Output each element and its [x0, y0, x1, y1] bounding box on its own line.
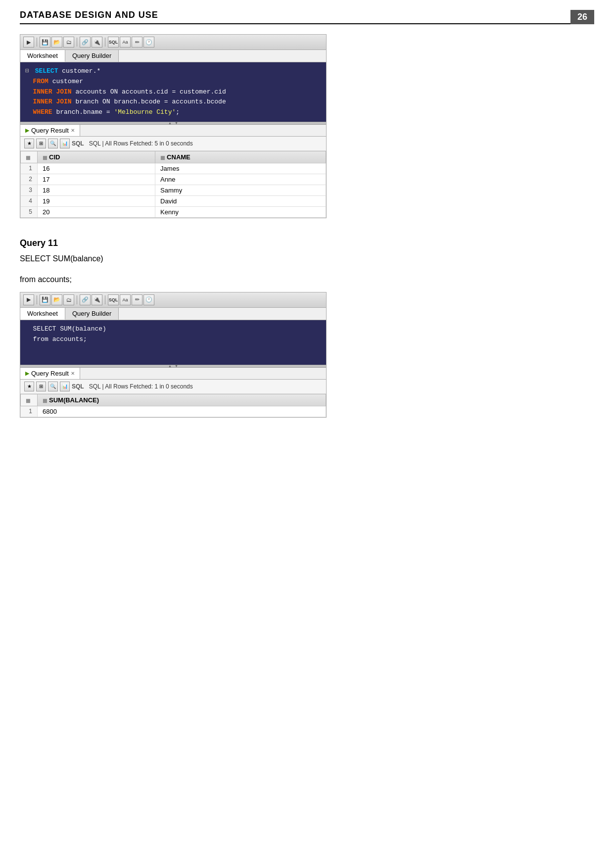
close-result-tab-2[interactable]: ✕	[71, 371, 75, 376]
tab-querybuilder-2[interactable]: Query Builder	[65, 308, 119, 320]
run-button[interactable]: ▶	[23, 37, 34, 48]
play-icon-1: ▶	[25, 127, 29, 134]
cell-cid: 18	[38, 185, 155, 195]
cell-cname: Kenny	[155, 206, 326, 217]
close-result-tab-1[interactable]: ✕	[71, 128, 75, 133]
table-row: 5 20 Kenny	[21, 206, 326, 217]
result-status-2: SQL | All Rows Fetched: 1 in 0 seconds	[89, 383, 193, 390]
history-button[interactable]: 🕐	[143, 37, 154, 48]
result-tab-label-2: Query Result	[31, 370, 69, 377]
save-button-2[interactable]: 💾	[40, 294, 50, 305]
result-label-sql-2: SQL	[72, 383, 84, 390]
code-line-1: ⊟ SELECT customer.*	[25, 66, 321, 77]
result-btn-star-2[interactable]: ★	[24, 382, 34, 391]
sep-3	[105, 38, 105, 47]
aa-button-2[interactable]: Aa	[120, 294, 131, 305]
result-table-2: ▦ ▦SUM(BALANCE) 1 6800	[20, 394, 326, 417]
query-result-tab-2[interactable]: ▶ Query Result ✕	[20, 368, 80, 379]
sep-2	[77, 38, 77, 47]
th-cid-1: ▦CID	[38, 151, 155, 163]
th-icon-rownum: ▦	[26, 155, 30, 160]
page-number: 26	[570, 10, 594, 24]
code-editor-1[interactable]: ⊟ SELECT customer.* FROM customer INNER …	[20, 62, 326, 122]
query-11-code-2: from accounts;	[20, 275, 594, 284]
result-toolbar-2: ★ ⊞ 🔍 📊 SQL SQL | All Rows Fetched: 1 in…	[20, 380, 326, 394]
connect-button-2[interactable]: 🔗	[80, 294, 91, 305]
th-sumbalance: ▦SUM(BALANCE)	[38, 394, 326, 406]
code2-line-2: from accounts;	[25, 335, 321, 345]
tab-querybuilder-1[interactable]: Query Builder	[65, 50, 119, 62]
result-tab-row-2: ▶ Query Result ✕	[20, 368, 326, 380]
code2-line-1: SELECT SUM(balance)	[25, 324, 321, 335]
cell-rownum-2: 1	[21, 406, 38, 417]
cell-cname: Anne	[155, 174, 326, 185]
tab-worksheet-2[interactable]: Worksheet	[20, 308, 65, 320]
connect-button[interactable]: 🔗	[80, 37, 91, 48]
code-line-3: INNER JOIN accounts ON accounts.cid = cu…	[25, 87, 321, 97]
disconnect-button[interactable]: 🔌	[92, 37, 102, 48]
run-button-2[interactable]: ▶	[23, 294, 34, 305]
play-icon-2: ▶	[25, 370, 29, 377]
cell-rownum: 2	[21, 174, 38, 185]
tab-worksheet-1[interactable]: Worksheet	[20, 50, 65, 62]
th-icon-cname: ▦	[160, 155, 165, 160]
code-rest-4: branch ON branch.bcode = accounts.bcode	[72, 98, 226, 105]
code-line-2: FROM customer	[25, 77, 321, 87]
sql-label-btn-2[interactable]: SQL	[108, 294, 119, 305]
kw-where-1: WHERE	[33, 108, 52, 116]
aa-button[interactable]: Aa	[120, 37, 131, 48]
edit-button[interactable]: ✏	[132, 37, 142, 48]
query-11-code-1: SELECT SUM(balance)	[20, 254, 594, 263]
table-header-row-1: ▦ ▦CID ▦CNAME	[21, 151, 326, 163]
code2-rest-1: SUM(balance)	[56, 325, 106, 333]
result-tab-row-1: ▶ Query Result ✕	[20, 125, 326, 137]
open-button-2[interactable]: 📂	[51, 294, 62, 305]
open-button[interactable]: 📂	[51, 37, 62, 48]
code-line-5: WHERE branch.bname = 'Melbourne City';	[25, 107, 321, 118]
query-11-section: Query 11 SELECT SUM(balance) from accoun…	[20, 238, 594, 284]
code-rest-2: customer	[48, 78, 83, 85]
result-btn-filter-2[interactable]: 🔍	[48, 382, 58, 391]
toolbar-2: ▶ 💾 📂 🗂 🔗 🔌 SQL Aa ✏ 🕐	[20, 292, 326, 308]
result-btn-grid-2[interactable]: ⊞	[36, 382, 46, 391]
code-rest-1: customer.*	[58, 67, 100, 75]
code-str-1: 'Melbourne City'	[114, 108, 176, 116]
editor-tabs-1: Worksheet Query Builder	[20, 50, 326, 62]
code-editor-2[interactable]: SELECT SUM(balance) from accounts;	[20, 320, 326, 365]
kw-from-2: from	[33, 336, 48, 343]
table-row: 1 6800	[21, 406, 326, 417]
query-11-heading: Query 11	[20, 238, 594, 248]
result-btn-filter[interactable]: 🔍	[48, 139, 58, 148]
result-table-1: ▦ ▦CID ▦CNAME 1 16 James 2 17 Anne 3 18 …	[20, 151, 326, 218]
result-btn-export[interactable]: 📊	[60, 139, 70, 148]
result-btn-export-2[interactable]: 📊	[60, 382, 70, 391]
query-result-tab-1[interactable]: ▶ Query Result ✕	[20, 125, 80, 136]
code-end-1: ;	[176, 108, 180, 116]
edit-button-2[interactable]: ✏	[132, 294, 142, 305]
cell-cname: Sammy	[155, 185, 326, 195]
folder-button-2[interactable]: 🗂	[63, 294, 74, 305]
result-btn-star[interactable]: ★	[24, 139, 34, 148]
save-button[interactable]: 💾	[40, 37, 50, 48]
kw-from-1: FROM	[33, 78, 48, 85]
sql-label-btn[interactable]: SQL	[108, 37, 119, 48]
cell-rownum: 4	[21, 195, 38, 206]
th-icon-sum: ▦	[43, 398, 47, 403]
kw-inner-2: INNER	[33, 98, 52, 105]
disconnect-button-2[interactable]: 🔌	[92, 294, 102, 305]
th-icon-cid: ▦	[43, 155, 47, 160]
cell-cname: James	[155, 163, 326, 174]
th-rownum-2: ▦	[21, 394, 38, 406]
sep-6	[105, 295, 105, 304]
result-btn-grid[interactable]: ⊞	[36, 139, 46, 148]
code-line-4: INNER JOIN branch ON branch.bcode = acco…	[25, 97, 321, 107]
cell-rownum: 5	[21, 206, 38, 217]
folder-button[interactable]: 🗂	[63, 37, 74, 48]
kw-join-2: JOIN	[52, 98, 72, 105]
table-row: 4 19 David	[21, 195, 326, 206]
cell-cid: 20	[38, 206, 155, 217]
table-row: 1 16 James	[21, 163, 326, 174]
page-header: DATABASE DESIGN AND USE 26	[20, 10, 594, 24]
result-toolbar-1: ★ ⊞ 🔍 📊 SQL SQL | All Rows Fetched: 5 in…	[20, 137, 326, 151]
history-button-2[interactable]: 🕐	[143, 294, 154, 305]
